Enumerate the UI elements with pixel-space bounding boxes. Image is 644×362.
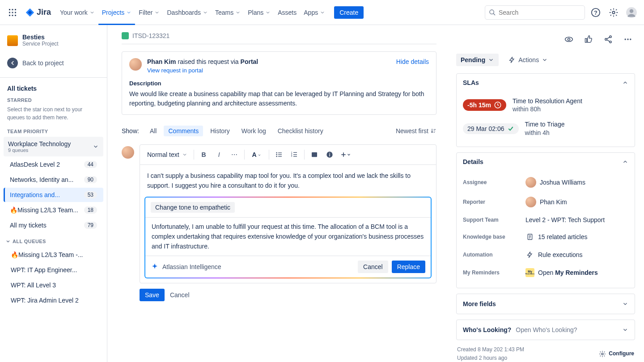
sidebar-queue-group[interactable]: Workplace Technology 9 queues [4,137,103,156]
ai-prompt-chip[interactable]: Change tone to empathetic [151,202,235,213]
queue-item[interactable]: Integrations and...53 [4,188,103,202]
status-dropdown[interactable]: Pending [456,54,499,66]
queue-item[interactable]: Networks, Identity an...90 [4,173,103,187]
settings-button[interactable] [606,5,621,20]
queue-item[interactable]: All my tickets79 [4,218,103,232]
save-button[interactable]: Save [140,289,165,301]
share-button[interactable] [601,32,615,46]
svg-point-33 [568,38,570,41]
help-button[interactable]: ? [589,5,603,20]
activity-tab-all[interactable]: All [145,126,161,136]
sla-row[interactable]: -5h 15mTime to Resolution Agentwithin 80… [463,93,628,117]
jira-logo[interactable]: Jira [25,8,51,17]
issue-key-link[interactable]: ITSD-123321 [132,32,169,39]
activity-tab-checklist-history[interactable]: Checklist history [273,126,328,136]
profile-button[interactable] [624,5,639,20]
insert-button[interactable] [338,147,354,162]
activity-tab-comments[interactable]: Comments [164,126,203,136]
queue-item[interactable]: 🔥Missing L2/L3 Team -... [4,248,103,262]
sidebar-all-tickets[interactable]: All tickets [0,85,107,97]
nav-item-teams[interactable]: Teams [212,5,244,20]
issue-type-icon[interactable] [122,32,129,39]
configure-button[interactable]: Configure [599,345,634,362]
details-panel-header[interactable]: Details [457,153,635,171]
more-actions-button[interactable] [621,32,635,46]
watch-button[interactable] [562,32,576,46]
details-assignee-row[interactable]: Assignee Joshua WIlliams [463,173,628,192]
details-reporter-row[interactable]: Reporter Phan Kim [463,192,628,212]
chevron-up-icon [622,159,628,165]
activity-sort-button[interactable]: Newest first [396,127,436,135]
nav-item-filter[interactable]: Filter [135,5,163,20]
svg-rect-7 [12,15,13,16]
search-input[interactable] [499,9,581,16]
activity-tab-work-log[interactable]: Work log [237,126,271,136]
details-automation-row[interactable]: Automation Rule executions [463,246,628,264]
nav-item-assets[interactable]: Assets [274,5,300,20]
italic-button[interactable]: I [212,147,226,162]
view-in-portal-link[interactable]: View request in portal [147,67,203,74]
nav-item-plans[interactable]: Plans [244,5,274,20]
more-fields-panel[interactable]: More fields [456,294,635,314]
whos-looking-panel[interactable]: Who's Looking?Open Who's Looking? [456,320,635,340]
svg-point-38 [627,38,628,40]
request-title: Phan Kim raised this request via Portal [147,58,258,65]
clock-icon [494,101,502,109]
queue-item[interactable]: WPT: All Level 3 [4,278,103,292]
top-nav: Jira Your workProjectsFilterDashboardsTe… [0,0,644,25]
editor-content[interactable]: I can't supply a business capability map… [140,165,436,197]
svg-point-9 [490,10,494,14]
nav-item-your-work[interactable]: Your work [56,5,98,20]
bold-button[interactable]: B [197,147,211,162]
hide-details-link[interactable]: Hide details [396,58,429,65]
sidebar-starred-label: STARRED [0,97,107,105]
vote-button[interactable] [581,32,596,46]
queue-item[interactable]: WPT: IT App Engineer... [4,263,103,277]
sidebar-all-queues-header[interactable]: ALL QUEUES [0,233,107,247]
queue-item[interactable]: WPT: Jira Admin Level 2 [4,293,103,307]
numbered-list-button[interactable]: 123 [287,147,301,162]
actions-dropdown[interactable]: Actions [504,54,552,66]
project-icon [7,35,18,46]
create-button[interactable]: Create [334,6,364,19]
nav-item-dashboards[interactable]: Dashboards [163,5,212,20]
chevron-down-icon [347,152,351,157]
text-style-dropdown[interactable]: Normal text [144,149,191,160]
queue-item[interactable]: AtlasDesk Level 244 [4,157,103,172]
queue-item[interactable]: 🔥Missing L2/L3 Team...18 [4,203,103,217]
nav-item-projects[interactable]: Projects [98,5,136,20]
sidebar-project-header[interactable]: Besties Service Project [0,34,107,54]
ai-replace-button[interactable]: Replace [392,261,425,273]
thumbs-up-icon [584,35,593,44]
sla-row[interactable]: 29 Mar 02:06Time to Triagewithin 4h [463,117,628,140]
image-button[interactable] [307,147,322,162]
more-horizontal-icon [623,35,632,44]
svg-rect-5 [15,12,16,13]
text-color-button[interactable]: A [247,147,262,162]
info-button[interactable] [322,147,337,162]
requester-avatar[interactable] [129,58,142,71]
search-box[interactable] [485,5,585,20]
plus-icon [340,152,347,158]
svg-point-18 [276,154,277,156]
ai-cancel-button[interactable]: Cancel [358,261,388,273]
slas-panel-header[interactable]: SLAs [457,74,635,92]
created-timestamp: Created 8 May 202 1:43 PM [457,345,524,354]
app-switcher-button[interactable] [5,5,20,20]
current-user-avatar[interactable] [122,146,134,159]
reporter-avatar [525,197,536,207]
details-reminders-row[interactable]: My Reminders MyReminders Open My Reminde… [463,264,628,282]
back-to-project-button[interactable]: Back to project [0,54,107,72]
svg-rect-3 [9,12,10,13]
assignee-avatar [525,177,536,188]
bullet-list-button[interactable] [272,147,286,162]
nav-item-apps[interactable]: Apps [300,5,329,20]
details-support-team-row[interactable]: Support Team Level 2 - WPT: Tech Support [463,212,628,228]
svg-rect-17 [278,152,282,153]
more-formatting-button[interactable]: ⋯ [227,147,242,162]
activity-tab-history[interactable]: History [206,126,234,136]
details-kb-row[interactable]: Knowledge base 15 related articles [463,228,628,246]
chevron-down-icon [89,10,95,15]
cancel-button[interactable]: Cancel [170,291,190,299]
queue-group-name: Workplace Technology [8,140,71,147]
